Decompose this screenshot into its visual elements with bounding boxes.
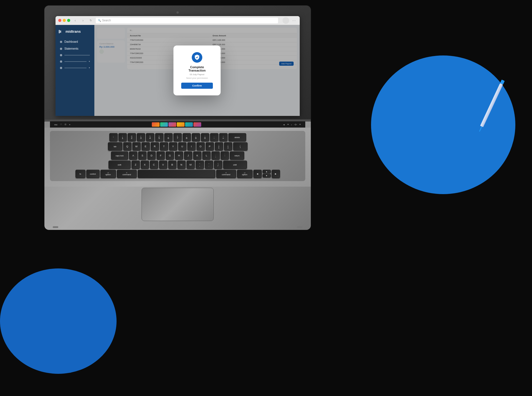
- tb-thumb-3[interactable]: [168, 122, 176, 127]
- key-shift-right[interactable]: shift: [223, 161, 247, 169]
- key-7[interactable]: &7: [173, 133, 182, 141]
- key-spacebar[interactable]: [138, 170, 215, 178]
- forward-button[interactable]: ›: [80, 18, 86, 23]
- tb-thumb-5[interactable]: [185, 122, 193, 127]
- key-tab[interactable]: tab: [108, 142, 122, 151]
- touch-bar: esc ♡ ⊡ ≡ ◄ ✦ ♪ ◁▷ ☀: [50, 121, 305, 128]
- key-5[interactable]: %5: [155, 133, 163, 141]
- key-arrow-right[interactable]: ►: [272, 170, 280, 178]
- key-8[interactable]: *8: [183, 133, 191, 141]
- key-semicolon[interactable]: :;: [211, 151, 220, 160]
- trackpad[interactable]: [142, 188, 214, 221]
- more-options-button[interactable]: ···: [291, 18, 297, 23]
- key-4[interactable]: $4: [146, 133, 154, 141]
- key-c[interactable]: C: [150, 161, 158, 169]
- key-3[interactable]: #3: [137, 133, 145, 141]
- key-a[interactable]: A: [129, 151, 137, 160]
- tb-heart-icon[interactable]: ♡: [60, 123, 62, 126]
- trackpad-area: [44, 187, 311, 224]
- key-w[interactable]: W: [132, 142, 141, 151]
- key-k[interactable]: K: [193, 151, 201, 160]
- key-shift-left[interactable]: shift: [109, 161, 131, 169]
- tb-thumb-2[interactable]: [160, 122, 168, 127]
- sidebar-item-dashboard[interactable]: Dashboard: [59, 39, 91, 45]
- key-2[interactable]: @2: [128, 133, 136, 141]
- key-6[interactable]: ^6: [164, 133, 173, 141]
- key-q[interactable]: Q: [123, 142, 132, 151]
- key-f[interactable]: F: [157, 151, 165, 160]
- key-j[interactable]: J: [184, 151, 192, 160]
- refresh-button[interactable]: ↻: [88, 18, 94, 23]
- key-tilde[interactable]: ~`: [109, 133, 118, 141]
- key-n[interactable]: N: [177, 161, 186, 169]
- key-quote[interactable]: "': [221, 151, 229, 160]
- key-1[interactable]: !1: [118, 133, 127, 141]
- key-backslash[interactable]: |\: [233, 142, 248, 151]
- key-o[interactable]: O: [196, 142, 205, 151]
- key-delete[interactable]: delete: [228, 133, 246, 141]
- sidebar-item-4[interactable]: ▾: [59, 59, 91, 64]
- confirm-button[interactable]: Confirm: [181, 83, 213, 89]
- key-s[interactable]: S: [138, 151, 147, 160]
- key-control[interactable]: control: [86, 170, 100, 178]
- modal-subtitle: 03 July Payout: [181, 73, 213, 76]
- key-row-asdf: caps lock A S D F G H J K L :; "' return: [52, 151, 303, 160]
- key-y[interactable]: Y: [169, 142, 177, 151]
- key-0[interactable]: )0: [201, 133, 209, 141]
- key-fn[interactable]: fn: [75, 170, 85, 178]
- tb-mute-icon[interactable]: ◁▷: [294, 123, 297, 126]
- minimize-button[interactable]: [63, 19, 66, 22]
- key-g[interactable]: G: [166, 151, 174, 160]
- key-r[interactable]: R: [151, 142, 159, 151]
- key-slash[interactable]: ?/: [214, 161, 222, 169]
- tb-thumb-6[interactable]: [193, 122, 201, 127]
- key-z[interactable]: Z: [132, 161, 140, 169]
- key-option-right[interactable]: altoption: [237, 170, 253, 178]
- tb-thumb-1[interactable]: [152, 122, 160, 127]
- tb-esc-key[interactable]: esc: [54, 124, 57, 126]
- tb-window-icon[interactable]: ⊡: [65, 123, 66, 126]
- key-arrow-up[interactable]: ▲: [263, 170, 271, 173]
- key-u[interactable]: U: [178, 142, 186, 151]
- tb-back-icon[interactable]: ◄: [283, 124, 285, 126]
- key-arrow-left[interactable]: ◄: [253, 170, 262, 178]
- key-caps-lock[interactable]: caps lock: [111, 151, 128, 160]
- key-m[interactable]: M: [186, 161, 195, 169]
- key-command-right[interactable]: ⌘command: [216, 170, 236, 178]
- tb-volume-icon[interactable]: ♪: [291, 124, 292, 126]
- maximize-button[interactable]: [67, 19, 70, 22]
- key-l[interactable]: L: [202, 151, 211, 160]
- key-option-left[interactable]: altoption: [100, 170, 116, 178]
- key-e[interactable]: E: [142, 142, 150, 151]
- key-return[interactable]: return: [230, 151, 244, 160]
- sidebar-item-5[interactable]: ▾: [59, 65, 91, 71]
- back-button[interactable]: ‹: [72, 18, 78, 23]
- close-button[interactable]: [58, 19, 61, 22]
- tb-thumb-4[interactable]: [177, 122, 185, 127]
- tb-star-icon[interactable]: ✦: [287, 123, 289, 126]
- sidebar-item-statements[interactable]: Statements: [59, 45, 91, 52]
- key-v[interactable]: V: [159, 161, 167, 169]
- key-t[interactable]: T: [160, 142, 168, 151]
- key-bracket-open[interactable]: {[: [215, 142, 223, 151]
- key-minus[interactable]: _-: [210, 133, 218, 141]
- key-arrow-down[interactable]: ▼: [263, 174, 271, 177]
- key-period[interactable]: >.: [205, 161, 213, 169]
- tb-filter-icon[interactable]: ≡: [69, 124, 70, 126]
- key-equals[interactable]: +=: [219, 133, 228, 141]
- key-command-left[interactable]: ⌘command: [117, 170, 137, 178]
- key-bracket-close[interactable]: }]: [224, 142, 232, 151]
- key-comma[interactable]: <,: [196, 161, 204, 169]
- tb-brightness-icon[interactable]: ☀: [299, 123, 301, 126]
- key-b[interactable]: B: [168, 161, 177, 169]
- key-h[interactable]: H: [175, 151, 183, 160]
- address-bar[interactable]: 🔍 Search: [96, 18, 278, 23]
- key-9[interactable]: (9: [192, 133, 200, 141]
- key-i[interactable]: I: [187, 142, 196, 151]
- key-d[interactable]: D: [147, 151, 156, 160]
- key-p[interactable]: P: [206, 142, 214, 151]
- key-x[interactable]: X: [141, 161, 149, 169]
- dashboard-label: Dashboard: [64, 40, 78, 43]
- keyboard-area: ~` !1 @2 #3 $4 %5 ^6 &7 *8 (9 )0 _- += d…: [44, 128, 311, 187]
- sidebar-item-3[interactable]: [59, 52, 91, 58]
